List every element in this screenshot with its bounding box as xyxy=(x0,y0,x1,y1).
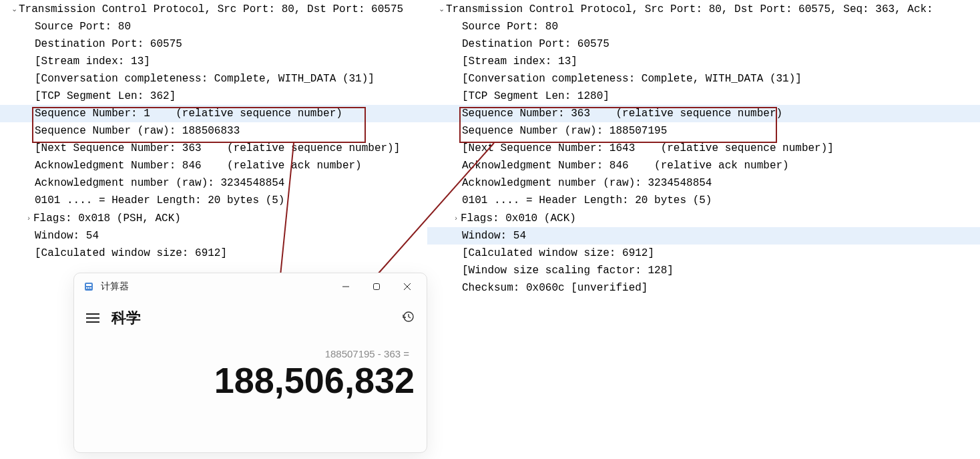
field-window[interactable]: Window: 54 xyxy=(0,227,427,245)
calculator-mode: 科学 xyxy=(111,308,401,328)
hamburger-icon xyxy=(86,313,99,315)
flags-row[interactable]: ›Flags: 0x018 (PSH, ACK) xyxy=(0,209,427,227)
calculator-app-icon xyxy=(83,281,94,292)
chevron-down-icon: ⌄ xyxy=(9,1,19,17)
field-acknowledgment-number-raw[interactable]: Acknowledgment number (raw): 3234548854 xyxy=(0,174,427,192)
chevron-right-icon: › xyxy=(24,210,33,226)
maximize-button[interactable] xyxy=(361,276,392,297)
field-conversation-completeness[interactable]: [Conversation completeness: Complete, WI… xyxy=(0,70,427,88)
field-tcp-segment-len[interactable]: [TCP Segment Len: 362] xyxy=(0,88,427,105)
packet-details-right: ⌄Transmission Control Protocol, Src Port… xyxy=(427,0,980,297)
field-header-length[interactable]: 0101 .... = Header Length: 20 bytes (5) xyxy=(0,192,427,209)
field-conversation-completeness[interactable]: [Conversation completeness: Complete, WI… xyxy=(427,70,980,88)
svg-rect-10 xyxy=(374,284,380,290)
field-destination-port[interactable]: Destination Port: 60575 xyxy=(427,35,980,53)
calculator-titlebar[interactable]: 计算器 xyxy=(74,273,427,300)
tcp-header-text: Transmission Control Protocol, Src Port:… xyxy=(446,3,933,15)
close-icon xyxy=(403,283,411,291)
field-sequence-number-raw[interactable]: Sequence Number (raw): 188507195 xyxy=(427,122,980,140)
field-acknowledgment-number[interactable]: Acknowledgment Number: 846 (relative ack… xyxy=(0,157,427,174)
svg-rect-6 xyxy=(86,287,87,289)
field-next-sequence-number[interactable]: [Next Sequence Number: 1643 (relative se… xyxy=(427,140,980,157)
chevron-down-icon: ⌄ xyxy=(437,1,446,17)
tcp-header-row[interactable]: ⌄Transmission Control Protocol, Src Port… xyxy=(0,0,427,18)
field-stream-index[interactable]: [Stream index: 13] xyxy=(0,53,427,70)
calculator-mode-row: 科学 xyxy=(74,300,427,332)
minimize-button[interactable] xyxy=(330,276,361,297)
svg-rect-4 xyxy=(85,283,93,291)
field-tcp-segment-len[interactable]: [TCP Segment Len: 1280] xyxy=(427,88,980,105)
svg-rect-5 xyxy=(86,284,91,286)
field-source-port[interactable]: Source Port: 80 xyxy=(427,18,980,35)
field-sequence-number[interactable]: Sequence Number: 1 (relative sequence nu… xyxy=(0,105,427,122)
field-checksum[interactable]: Checksum: 0x060c [unverified] xyxy=(427,279,980,297)
field-acknowledgment-number[interactable]: Acknowledgment Number: 846 (relative ack… xyxy=(427,157,980,174)
calculator-expression: 188507195 - 363 = xyxy=(74,332,427,359)
svg-rect-7 xyxy=(88,287,89,289)
history-button[interactable] xyxy=(401,310,415,326)
packet-details-left: ⌄Transmission Control Protocol, Src Port… xyxy=(0,0,427,262)
svg-rect-8 xyxy=(90,287,91,289)
field-calculated-window-size[interactable]: [Calculated window size: 6912] xyxy=(0,245,427,262)
flags-text: Flags: 0x018 (PSH, ACK) xyxy=(33,212,181,224)
tcp-header-row[interactable]: ⌄Transmission Control Protocol, Src Port… xyxy=(427,0,980,18)
field-stream-index[interactable]: [Stream index: 13] xyxy=(427,53,980,70)
field-window-size-scaling-factor[interactable]: [Window size scaling factor: 128] xyxy=(427,262,980,279)
flags-text: Flags: 0x010 (ACK) xyxy=(461,212,576,224)
menu-button[interactable] xyxy=(86,311,101,325)
field-window[interactable]: Window: 54 xyxy=(427,227,980,245)
field-source-port[interactable]: Source Port: 80 xyxy=(0,18,427,35)
history-icon xyxy=(401,310,415,323)
close-button[interactable] xyxy=(392,276,423,297)
window-controls xyxy=(330,276,423,297)
field-sequence-number-raw[interactable]: Sequence Number (raw): 188506833 xyxy=(0,122,427,140)
field-next-sequence-number[interactable]: [Next Sequence Number: 363 (relative seq… xyxy=(0,140,427,157)
calculator-window: 计算器 科学 188507195 - 363 = xyxy=(73,273,427,453)
field-calculated-window-size[interactable]: [Calculated window size: 6912] xyxy=(427,245,980,262)
tcp-header-text: Transmission Control Protocol, Src Port:… xyxy=(19,3,403,15)
field-acknowledgment-number-raw[interactable]: Acknowledgment number (raw): 3234548854 xyxy=(427,174,980,192)
field-destination-port[interactable]: Destination Port: 60575 xyxy=(0,35,427,53)
maximize-icon xyxy=(373,283,381,291)
flags-row[interactable]: ›Flags: 0x010 (ACK) xyxy=(427,209,980,227)
minimize-icon xyxy=(342,283,350,291)
calculator-result[interactable]: 188,506,832 xyxy=(74,359,427,401)
field-sequence-number[interactable]: Sequence Number: 363 (relative sequence … xyxy=(427,105,980,122)
calculator-title: 计算器 xyxy=(101,281,330,293)
field-header-length[interactable]: 0101 .... = Header Length: 20 bytes (5) xyxy=(427,192,980,209)
chevron-right-icon: › xyxy=(451,210,461,226)
